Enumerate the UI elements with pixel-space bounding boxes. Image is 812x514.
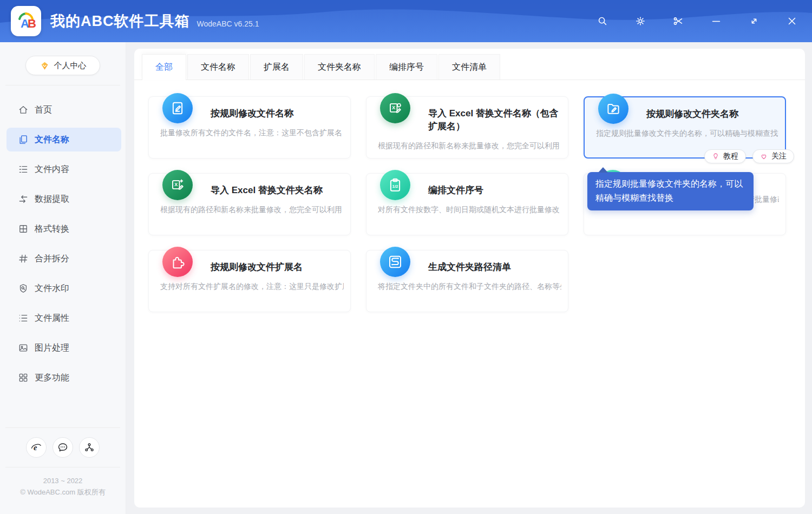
puzzle-edit-icon — [162, 247, 193, 277]
card-description: 根据现有的路径和新名称来批量修改，您完全可以利用 — [378, 141, 561, 151]
card-tooltip: 指定规则批量修改文件夹的名称，可以精确与模糊查找替换 — [587, 172, 754, 210]
sidebar-item-label: 数据提取 — [35, 194, 69, 205]
sidebar-item-label: 合并拆分 — [35, 253, 69, 265]
tooltip-text: 指定规则批量修改文件夹的名称，可以精确与模糊查找替换 — [595, 179, 743, 202]
window-controls — [577, 9, 804, 33]
personal-center-button[interactable]: 个人中心 — [25, 56, 100, 75]
chat-icon[interactable] — [53, 437, 73, 458]
card-description: 将指定文件夹中的所有文件和子文件夹的路径、名称等生成清单 — [378, 282, 561, 292]
merge-split-icon — [18, 253, 29, 264]
browser-e-icon[interactable]: e — [26, 437, 47, 458]
sidebar-item-label: 文件属性 — [35, 313, 69, 324]
sidebar-item-file-name[interactable]: 文件名称 — [6, 128, 121, 151]
more-features-icon — [18, 372, 29, 383]
share-nodes-icon[interactable] — [79, 437, 100, 458]
personal-center-label: 个人中心 — [54, 61, 87, 71]
image-process-icon — [18, 342, 29, 353]
tab-file-list[interactable]: 文件清单 — [438, 54, 500, 80]
excel-replace-icon: X — [380, 93, 410, 123]
sidebar-item-label: 首页 — [35, 104, 52, 116]
minimize-icon[interactable] — [704, 9, 728, 33]
file-watermark-icon — [18, 283, 29, 294]
feature-card-rename-folders[interactable]: 按规则修改文件夹名称 指定规则批量修改文件夹的名称，可以精确与模糊查找替换 教程… — [584, 96, 786, 159]
resize-maximize-icon[interactable] — [742, 9, 766, 33]
card-action-buttons: 教程 关注 — [704, 149, 794, 163]
svg-text:1/2: 1/2 — [392, 184, 398, 189]
data-extract-icon — [18, 194, 29, 205]
svg-text:X: X — [174, 182, 178, 187]
feature-card-generate-path-list[interactable]: 生成文件夹路径清单 将指定文件夹中的所有文件和子文件夹的路径、名称等生成清单 — [366, 250, 568, 312]
sidebar: 个人中心 首页 文件名称 文件内容 数据提取 格式转换 — [0, 42, 126, 514]
sidebar-item-home[interactable]: 首页 — [6, 98, 121, 122]
file-attributes-icon — [18, 313, 29, 324]
file-name-icon — [18, 134, 29, 145]
tab-folder-name[interactable]: 文件夹名称 — [304, 54, 375, 80]
sidebar-item-file-content[interactable]: 文件内容 — [6, 157, 121, 181]
file-content-icon — [18, 164, 29, 175]
main-area: 全部 文件名称 扩展名 文件夹名称 编排序号 文件清单 按规则修改文件名称 批量… — [126, 42, 812, 514]
sequence-clipboard-icon: 1/2 — [380, 170, 410, 200]
app-version: WodeABC v6.25.1 — [197, 19, 259, 28]
edit-folder-icon — [598, 94, 628, 124]
app-logo: A B — [11, 6, 41, 36]
vip-gem-icon — [40, 61, 50, 71]
feature-card-rename-files[interactable]: 按规则修改文件名称 批量修改所有文件的文件名，注意：这里不包含扩展名 — [148, 96, 351, 159]
excel-replace-icon: X — [162, 170, 193, 200]
edit-file-icon — [162, 93, 193, 123]
card-description: 根据现有的路径和新名称来批量修改，您完全可以利用 — [160, 205, 344, 215]
tutorial-button[interactable]: 教程 — [704, 149, 746, 163]
sidebar-item-image-process[interactable]: 图片处理 — [6, 336, 121, 360]
format-convert-icon — [18, 223, 29, 234]
sidebar-item-label: 文件水印 — [35, 283, 69, 294]
tab-extension[interactable]: 扩展名 — [250, 54, 303, 80]
search-icon[interactable] — [591, 9, 614, 33]
feature-card-sequence-files[interactable]: 1/2 编排文件序号 对所有文件按数字、时间日期或随机文本进行批量修改 — [366, 173, 568, 235]
home-icon — [18, 104, 29, 115]
card-description: 对所有文件按数字、时间日期或随机文本进行批量修改 — [378, 205, 561, 215]
sidebar-item-label: 图片处理 — [35, 342, 69, 354]
svg-text:B: B — [28, 17, 36, 30]
sidebar-item-label: 文件名称 — [35, 134, 69, 146]
card-description: 批量修改所有文件的文件名，注意：这里不包含扩展名 — [160, 128, 344, 138]
tab-sequence[interactable]: 编排序号 — [376, 54, 437, 80]
tab-file-name[interactable]: 文件名称 — [187, 54, 249, 80]
copyright-text: © WodeABC.com 版权所有 — [0, 486, 126, 498]
sidebar-item-label: 更多功能 — [35, 372, 69, 384]
sidebar-item-more-features[interactable]: 更多功能 — [6, 366, 121, 390]
feature-card-excel-replace-file-names[interactable]: X 导入 Excel 替换文件名称（包含扩展名） 根据现有的路径和新名称来批量修… — [366, 96, 568, 159]
sidebar-item-data-extract[interactable]: 数据提取 — [6, 187, 121, 211]
sidebar-divider — [5, 85, 120, 85]
settings-gear-icon[interactable] — [628, 9, 652, 33]
sidebar-item-file-watermark[interactable]: 文件水印 — [6, 276, 121, 300]
sidebar-nav: 首页 文件名称 文件内容 数据提取 格式转换 合并拆分 — [0, 98, 126, 396]
sidebar-item-merge-split[interactable]: 合并拆分 — [6, 247, 121, 271]
category-tabs: 全部 文件名称 扩展名 文件夹名称 编排序号 文件清单 — [134, 49, 805, 80]
lightbulb-icon — [712, 153, 719, 160]
scissors-icon[interactable] — [666, 9, 690, 33]
card-description: 支持对所有文件扩展名的修改，注意：这里只是修改扩展名 — [160, 282, 344, 292]
close-icon[interactable] — [780, 9, 804, 33]
sidebar-item-file-attributes[interactable]: 文件属性 — [6, 306, 121, 330]
titlebar: A B 我的ABC软件工具箱 WodeABC v6.25.1 — [0, 0, 812, 42]
app-title: 我的ABC软件工具箱 — [50, 11, 190, 31]
svg-text:X: X — [392, 105, 395, 110]
feature-card-excel-replace-folder-names[interactable]: X 导入 Excel 替换文件夹名称 根据现有的路径和新名称来批量修改，您完全可… — [148, 173, 351, 235]
feature-card-rename-extensions[interactable]: 按规则修改文件扩展名 支持对所有文件扩展名的修改，注意：这里只是修改扩展名 — [148, 250, 351, 312]
follow-button[interactable]: 关注 — [752, 149, 794, 163]
tab-all[interactable]: 全部 — [142, 54, 186, 80]
content-panel: 全部 文件名称 扩展名 文件夹名称 编排序号 文件清单 按规则修改文件名称 批量… — [134, 49, 805, 508]
card-description: 指定规则批量修改文件夹的名称，可以精确与模糊查找替换 — [596, 129, 778, 139]
route-list-icon — [380, 247, 410, 277]
sidebar-footer: e 2013 — [0, 427, 126, 514]
sidebar-item-format-convert[interactable]: 格式转换 — [6, 217, 121, 241]
sidebar-item-label: 文件内容 — [35, 164, 69, 175]
copyright-years: 2013 ~ 2022 — [0, 475, 126, 486]
sidebar-item-label: 格式转换 — [35, 223, 69, 235]
heart-icon — [760, 153, 768, 160]
